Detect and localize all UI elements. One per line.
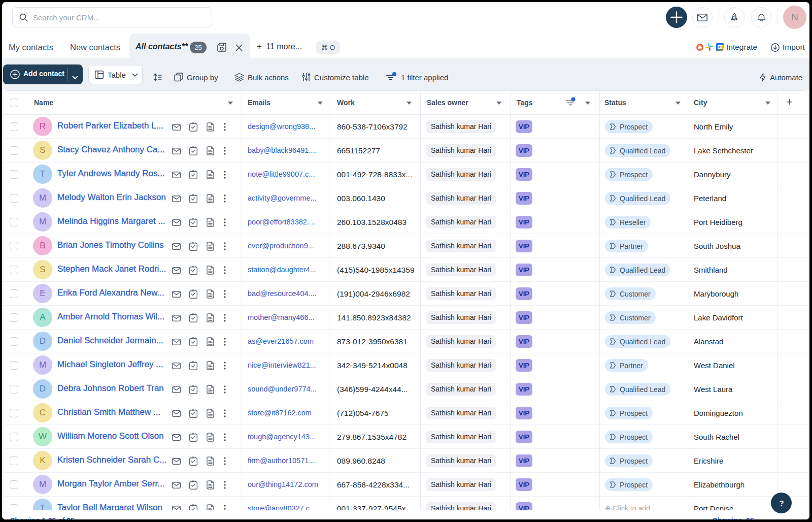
svg-text:31: 31 xyxy=(718,45,722,49)
svg-text:?: ? xyxy=(779,499,784,507)
